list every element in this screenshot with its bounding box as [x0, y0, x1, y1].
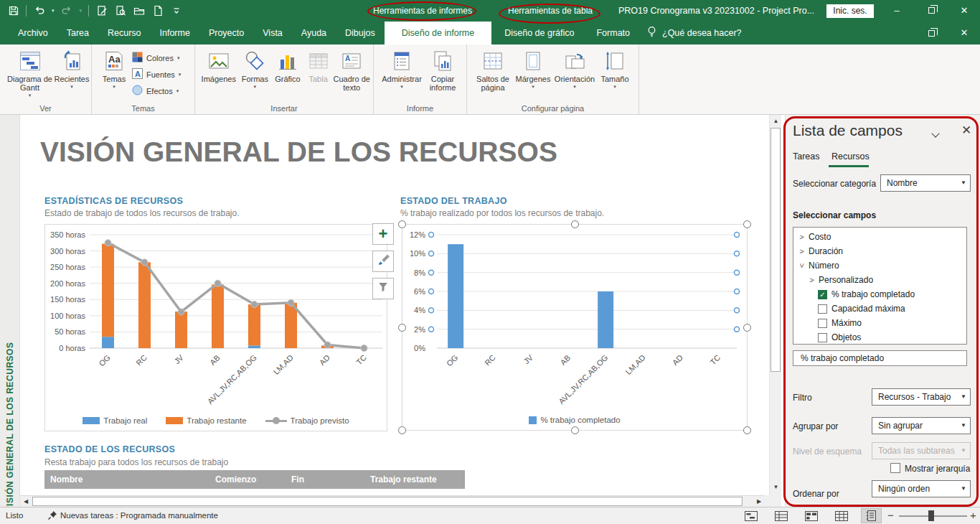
tab-formato[interactable]: Formato	[587, 22, 639, 45]
report-page-title[interactable]: VISIÓN GENERAL DE LOS RECURSOS	[40, 136, 557, 168]
expander-chevron-icon[interactable]: >	[798, 233, 806, 241]
scroll-up-icon[interactable]: ▲	[770, 115, 782, 127]
work-status-chart[interactable]: 0%2%4%6%8%10%12%OGRCJVABAVL,JV,RC,AB,OGL…	[402, 224, 748, 431]
zoom-slider-handle[interactable]	[928, 510, 934, 521]
save-icon[interactable]	[7, 5, 19, 17]
unchecked-checkbox-icon[interactable]	[818, 319, 827, 328]
selection-handle[interactable]	[398, 324, 406, 332]
selection-handle[interactable]	[571, 220, 579, 228]
close-button[interactable]: ✕	[951, 0, 977, 22]
minimize-button[interactable]: –	[884, 0, 910, 22]
size-button[interactable]: Tamaño ▾	[598, 47, 632, 90]
field-tree-item[interactable]: Máximo	[793, 316, 966, 330]
zoom-in-button[interactable]: +	[970, 507, 976, 523]
field-tree-item[interactable]: Capacidad máxima	[793, 301, 966, 316]
tab-dibujos[interactable]: Dibujos	[336, 22, 385, 45]
themes-button[interactable]: Aa Temas ▾	[96, 47, 132, 90]
scroll-down-icon[interactable]: ▼	[770, 481, 782, 493]
customize-toolbar-icon[interactable]	[170, 5, 182, 17]
filter-dropdown[interactable]: Recursos - Trabajo ▼	[872, 388, 971, 406]
zoom-out-button[interactable]: −	[887, 507, 894, 523]
textbox-button[interactable]: A Cuadro de texto	[333, 47, 370, 92]
recent-views-button[interactable]: Recientes ▾	[55, 47, 88, 90]
restore-button[interactable]	[918, 0, 944, 22]
panel-collapse-chevron-icon[interactable]	[928, 126, 943, 142]
selection-handle[interactable]	[743, 324, 751, 332]
selection-handle[interactable]	[743, 426, 751, 434]
resource-sheet-view-button[interactable]	[831, 508, 852, 523]
field-list-tab-recursos[interactable]: Recursos	[831, 151, 870, 162]
new-tasks-status[interactable]: Nuevas tareas : Programada manualmente	[60, 507, 218, 524]
category-dropdown[interactable]: Nombre ▼	[880, 174, 971, 192]
tab-ayuda[interactable]: Ayuda	[292, 22, 336, 45]
new-document-icon[interactable]	[151, 5, 164, 17]
images-button[interactable]: Imágenes	[199, 47, 238, 83]
gantt-view-button[interactable]	[740, 508, 761, 523]
tab-archivo[interactable]: Archivo	[9, 22, 57, 45]
resource-status-table-header[interactable]: Nombre Comienzo Fin Trabajo restante	[44, 470, 465, 489]
tab-diseno-de-informe[interactable]: Diseño de informe	[385, 22, 491, 45]
group-by-dropdown[interactable]: Sin agrupar ▼	[872, 417, 971, 434]
colors-button[interactable]: Colores ▾	[132, 52, 181, 64]
copy-report-button[interactable]: Copiar informe	[424, 47, 461, 92]
field-tree-item[interactable]: >Duración	[793, 244, 966, 258]
unchecked-checkbox-icon[interactable]	[818, 304, 827, 314]
checked-checkbox-icon[interactable]: ✓	[818, 290, 827, 299]
tab-diseno-de-grafico[interactable]: Diseño de gráfico	[491, 22, 587, 45]
field-tree-item[interactable]: ✓% trabajo completado	[793, 287, 966, 301]
edit-document-icon[interactable]	[95, 5, 108, 17]
expander-chevron-icon[interactable]: >	[808, 276, 816, 284]
undo-icon[interactable]	[33, 5, 45, 17]
field-tree-item[interactable]: >Costo	[793, 230, 966, 244]
field-tree-listbox[interactable]: >Costo>Duración>Número>Personalizado✓% t…	[793, 227, 967, 345]
report-view-button[interactable]	[861, 508, 882, 523]
team-planner-view-button[interactable]	[801, 508, 821, 523]
scroll-right-icon[interactable]: ▶	[753, 496, 765, 507]
vertical-scrollbar-thumb[interactable]	[771, 128, 781, 372]
tab-informe[interactable]: Informe	[151, 22, 199, 45]
undo-dropdown-chevron-icon[interactable]: ▾	[52, 8, 55, 14]
selection-handle[interactable]	[398, 220, 406, 228]
expander-chevron-icon[interactable]: >	[798, 262, 806, 270]
field-tree-item[interactable]: Objetos	[793, 330, 966, 345]
horizontal-scrollbar-thumb[interactable]	[32, 497, 743, 506]
chart-filters-button[interactable]	[372, 278, 394, 299]
task-usage-view-button[interactable]	[771, 508, 791, 523]
show-hierarchy-checkbox[interactable]	[890, 463, 900, 473]
effects-button[interactable]: Efectos ▾	[132, 85, 181, 97]
selection-handle[interactable]	[398, 426, 406, 434]
resource-stats-chart[interactable]: 0 horas50 horas100 horas150 horas200 hor…	[44, 224, 387, 431]
tab-proyecto[interactable]: Proyecto	[199, 22, 253, 45]
field-tree-item[interactable]: >Personalizado	[793, 273, 966, 287]
scroll-left-icon[interactable]: ◀	[20, 496, 32, 507]
print-preview-icon[interactable]	[114, 5, 126, 17]
manage-report-button[interactable]: Administrar ▾	[380, 47, 424, 90]
tab-recurso[interactable]: Recurso	[98, 22, 151, 45]
vertical-scrollbar[interactable]: ▲ ▼	[769, 115, 781, 495]
document-close-button[interactable]: ✕	[951, 22, 977, 45]
sign-in-button[interactable]: Inic. ses.	[826, 4, 874, 18]
chart-button[interactable]: Gráfico	[272, 47, 303, 83]
fonts-button[interactable]: A Fuentes ▾	[132, 68, 181, 80]
tab-tarea[interactable]: Tarea	[57, 22, 98, 45]
selected-field-textbox[interactable]: % trabajo completado	[793, 350, 967, 366]
field-tree-item[interactable]: >Número	[793, 258, 966, 273]
sort-by-dropdown[interactable]: Ningún orden ▼	[872, 480, 971, 497]
margins-button[interactable]: Márgenes ▾	[514, 47, 552, 90]
unchecked-checkbox-icon[interactable]	[818, 333, 827, 342]
expander-chevron-icon[interactable]: >	[798, 247, 806, 256]
document-restore-button[interactable]	[918, 22, 944, 45]
horizontal-scrollbar[interactable]: ◀ ▶	[20, 495, 765, 507]
page-breaks-button[interactable]: Saltos de página	[471, 47, 514, 92]
shapes-button[interactable]: Formas ▾	[238, 47, 273, 90]
gantt-chart-button[interactable]: Diagrama de Gantt ▾	[4, 47, 55, 98]
selection-handle[interactable]	[571, 426, 579, 434]
orientation-button[interactable]: Orientación ▾	[552, 47, 598, 90]
selection-handle[interactable]	[743, 220, 751, 228]
field-list-tab-tareas[interactable]: Tareas	[793, 151, 820, 162]
chart-elements-button[interactable]: +	[372, 223, 394, 245]
chart-styles-button[interactable]	[372, 251, 394, 272]
tell-me-box[interactable]: ¿Qué desea hacer?	[639, 22, 749, 45]
tab-vista[interactable]: Vista	[253, 22, 292, 45]
panel-close-icon[interactable]: ✕	[958, 122, 975, 139]
